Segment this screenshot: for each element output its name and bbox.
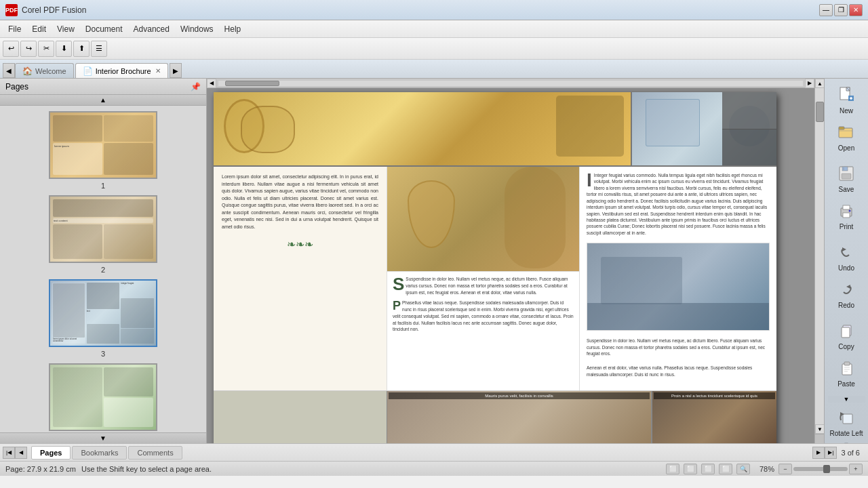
page-thumb-img-3: lorem ipsum dolor sit amet consectetur t… [49, 279, 157, 347]
btab-bookmarks[interactable]: Bookmarks [72, 446, 127, 460]
rotate-left-button[interactable]: Rotate Left [828, 404, 865, 440]
undo-button[interactable]: Undo [828, 239, 865, 274]
redo-button[interactable]: Redo [828, 276, 865, 312]
statusbar-btn-3[interactable]: ⬜ [701, 464, 715, 474]
app-title: Corel PDF Fusion [22, 5, 86, 15]
brochure-right-text1: I Integer feugiat varius commodo. Nulla … [584, 169, 772, 239]
page-thumb-img-4 [49, 363, 157, 431]
tab-welcome-label: Welcome [35, 67, 66, 75]
svg-rect-9 [842, 167, 848, 171]
statusbar-btn-2[interactable]: ⬜ [684, 464, 697, 474]
tab-welcome[interactable]: 🏠 Welcome [15, 63, 74, 78]
brochure-mid-section: Lorem ipsum dolor sit amet, consectetur … [214, 167, 776, 390]
toolbar-btn-6[interactable]: ☰ [91, 41, 107, 57]
page-last-btn[interactable]: ▶| [825, 447, 837, 459]
rotate-left-button-label: Rotate Left [830, 430, 863, 437]
paste-button[interactable]: Paste [828, 354, 865, 390]
menu-file[interactable]: File [3, 22, 26, 36]
copy-button-label: Copy [838, 343, 854, 350]
print-icon [835, 200, 857, 222]
drop-cap-p: P [393, 300, 401, 312]
page-thumb-4[interactable]: 4 [5, 363, 201, 432]
scroll-right-btn[interactable]: ▶ [805, 79, 814, 88]
statusbar-btn-5[interactable]: 🔍 [736, 464, 750, 474]
statusbar-zoom-percent: 78% [754, 465, 774, 473]
copy-button[interactable]: Copy [828, 317, 865, 353]
svg-rect-25 [843, 414, 852, 424]
zoom-in-btn[interactable]: + [849, 464, 863, 474]
brochure-right-text3: Aenean et erat dolor, vitae varius nulla… [584, 362, 772, 380]
statusbar-btn-1[interactable]: ⬜ [666, 464, 679, 474]
tab-interior-brochure[interactable]: 📄 Interior Brochure ✕ [75, 63, 168, 78]
menu-advanced[interactable]: Advanced [128, 22, 175, 36]
brochure-caption1: Mauris purus velit, facilisis in convall… [389, 392, 650, 399]
new-icon [835, 84, 857, 106]
pages-panel-header: Pages 📌 [0, 79, 206, 95]
toolbar-btn-2[interactable]: ↪ [20, 41, 37, 57]
tab-close-icon[interactable]: ✕ [155, 67, 161, 75]
brochure-bottom-spacer [214, 391, 387, 443]
rt-scroll-down2[interactable]: ▼ [828, 441, 865, 443]
menu-edit[interactable]: Edit [26, 22, 52, 36]
page-nav-forward-buttons: ▶ ▶| [812, 447, 837, 459]
main-area: Pages 📌 ▲ lorem ipsum 1 [0, 79, 868, 443]
scroll-up-btn[interactable]: ▲ [815, 79, 824, 88]
menu-help[interactable]: Help [219, 22, 247, 36]
page-next-btn[interactable]: ▶ [812, 447, 825, 459]
zoom-slider[interactable] [793, 467, 848, 471]
menu-view[interactable]: View [52, 22, 80, 36]
btab-pages[interactable]: Pages [31, 446, 71, 460]
svg-marker-17 [846, 285, 850, 289]
page-prev-btn[interactable]: ◀ [15, 447, 27, 459]
menu-windows[interactable]: Windows [175, 22, 219, 36]
paste-button-label: Paste [837, 380, 855, 388]
scroll-v: ▲ ▼ [814, 79, 824, 434]
brochure-top-right-img [631, 92, 776, 165]
tab-nav-prev[interactable]: ◀ [3, 63, 15, 78]
brochure-ornament: ❧❧❧ [222, 237, 378, 252]
new-button[interactable]: New [828, 81, 865, 117]
drop-cap-i: I [587, 172, 592, 188]
scroll-thumb-h[interactable] [225, 81, 279, 86]
page-thumb-3[interactable]: lorem ipsum dolor sit amet consectetur t… [5, 279, 201, 358]
pages-scroll-up[interactable]: ▲ [0, 95, 206, 106]
scroll-thumb-v[interactable] [816, 102, 824, 122]
page-thumb-2[interactable]: text content 2 [5, 195, 201, 274]
toolbar-btn-3[interactable]: ✂ [38, 41, 54, 57]
svg-rect-6 [839, 127, 844, 129]
scroll-left-btn[interactable]: ◀ [207, 79, 216, 88]
save-button[interactable]: Save [828, 160, 865, 196]
btab-comments[interactable]: Comments [128, 446, 182, 460]
tab-nav-next[interactable]: ▶ [170, 63, 182, 78]
pages-scroll-down[interactable]: ▼ [0, 432, 206, 443]
undo-button-label: Undo [838, 264, 854, 272]
rt-scroll-down[interactable]: ▼ [828, 396, 865, 403]
toolbar-btn-5[interactable]: ⬆ [73, 41, 90, 57]
brochure-top-left-img [214, 92, 631, 165]
svg-point-15 [849, 210, 851, 212]
menu-document[interactable]: Document [80, 22, 128, 36]
page-nav-buttons: |◀ ◀ [3, 447, 27, 459]
zoom-controls: − + [778, 464, 863, 474]
page-thumb-1[interactable]: lorem ipsum 1 [5, 111, 201, 190]
toolbar-btn-1[interactable]: ↩ [3, 41, 19, 57]
close-button[interactable]: ✕ [849, 4, 863, 16]
open-button[interactable]: Open [828, 119, 865, 155]
page-first-btn[interactable]: |◀ [3, 447, 15, 459]
pages-panel-pin[interactable]: 📌 [191, 82, 201, 92]
brochure-mid-top-img [387, 167, 579, 272]
restore-button[interactable]: ❐ [834, 4, 848, 16]
zoom-out-btn[interactable]: − [778, 464, 792, 474]
scroll-down-btn[interactable]: ▼ [815, 424, 824, 434]
minimize-button[interactable]: — [819, 4, 833, 16]
print-button[interactable]: Print [828, 197, 865, 233]
svg-rect-19 [842, 327, 850, 338]
rotate-left-icon [835, 407, 857, 428]
toolbar-btn-4[interactable]: ⬇ [56, 41, 72, 57]
brochure-col-left: Lorem ipsum dolor sit amet, consectetur … [214, 167, 387, 390]
scroll-corner [814, 434, 824, 443]
brochure-mid-text2: P Phasellus vitae lacus neque. Suspendis… [387, 300, 579, 337]
statusbar-left: Page: 27.9 x 21.9 cm Use the Shift key t… [5, 465, 212, 473]
scroll-track-h [218, 81, 803, 86]
statusbar-btn-4[interactable]: ⬜ [719, 464, 732, 474]
